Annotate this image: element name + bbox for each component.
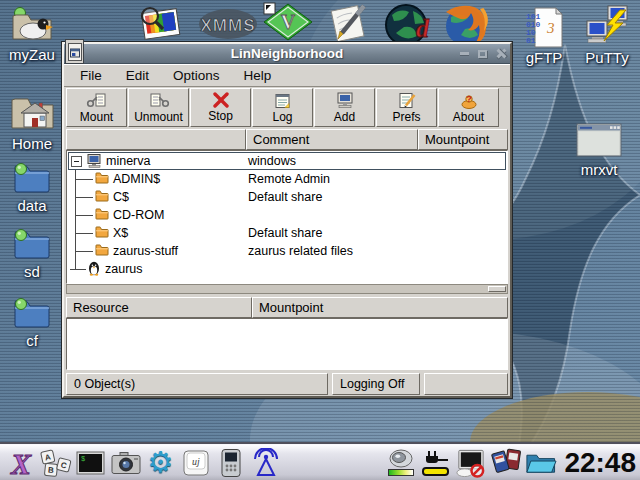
desktop-icon-label: myZau xyxy=(9,46,55,63)
taskbar-clock[interactable]: 22:48 xyxy=(564,447,636,479)
linneighborhood-window: LinNeighborhood File Edit Options Help M… xyxy=(62,42,512,398)
tree-row-minerva[interactable]: minerva windows xyxy=(68,152,506,170)
vim-letter: V xyxy=(281,11,296,33)
power-status[interactable] xyxy=(419,446,452,479)
share-name: minerva xyxy=(106,154,150,168)
tree-row-cdrom-share[interactable]: CD-ROM xyxy=(68,206,506,224)
horizontal-scrollbar[interactable] xyxy=(66,284,508,294)
pda-launcher[interactable] xyxy=(214,446,247,479)
camera-icon xyxy=(110,450,142,476)
volume-control[interactable] xyxy=(384,446,417,479)
file-manager-launcher[interactable] xyxy=(524,446,557,479)
antenna-icon xyxy=(251,448,281,478)
mounted-shares-pane[interactable] xyxy=(66,318,508,370)
column-header-mountpoint[interactable]: Mountpoint xyxy=(418,129,508,150)
menu-options[interactable]: Options xyxy=(163,66,230,85)
desktop-icon-gftp[interactable]: 101 010 10 01 3 gFTP xyxy=(514,6,574,66)
window-titlebar[interactable]: LinNeighborhood xyxy=(64,44,510,64)
unmount-icon xyxy=(148,92,170,109)
desktop-icon-cf[interactable]: cf xyxy=(0,295,64,349)
desktop-icon-mrxvt[interactable]: mrxvt xyxy=(568,120,630,178)
status-object-count: 0 Object(s) xyxy=(66,373,328,395)
window-app-icon[interactable] xyxy=(65,39,84,64)
column-header-name[interactable] xyxy=(66,129,246,150)
settings-launcher[interactable]: ⚙ xyxy=(144,446,177,479)
network-tree-pane[interactable]: minerva windows ADMIN$ Remote Admin C$ D… xyxy=(66,150,508,284)
column-header-mountpoint-lower[interactable]: Mountpoint xyxy=(252,297,508,318)
menu-file[interactable]: File xyxy=(70,66,112,85)
share-comment: Remote Admin xyxy=(248,172,330,186)
share-name: C$ xyxy=(113,190,129,204)
menu-edit[interactable]: Edit xyxy=(116,66,159,85)
mouse-disabled-icon xyxy=(454,448,487,478)
close-button[interactable] xyxy=(494,47,507,60)
desktop-icon-label: gFTP xyxy=(526,49,563,66)
log-button[interactable]: Log xyxy=(252,88,313,127)
about-icon: ? xyxy=(459,92,479,109)
share-comment: zaurus related files xyxy=(248,244,353,258)
desktop-icon-data[interactable]: data xyxy=(0,160,64,214)
tree-collapse-icon[interactable] xyxy=(71,156,82,167)
stop-button[interactable]: Stop xyxy=(190,88,251,127)
mount-button[interactable]: Mount xyxy=(66,88,127,127)
wireless-launcher[interactable] xyxy=(249,446,282,479)
tree-row-admin-share[interactable]: ADMIN$ Remote Admin xyxy=(68,170,506,188)
gftp-bits: 01 xyxy=(526,36,536,45)
share-name: CD-ROM xyxy=(113,208,164,222)
pda-icon xyxy=(219,448,243,478)
tree-row-zaurus[interactable]: zaurus xyxy=(68,260,506,278)
blue-folder-icon xyxy=(11,226,53,262)
power-plug-icon xyxy=(423,449,449,466)
tree-row-x-share[interactable]: X$ Default share xyxy=(68,224,506,242)
desktop-icon-sd[interactable]: sd xyxy=(0,226,64,280)
add-button[interactable]: Add xyxy=(314,88,375,127)
terminal-window-icon xyxy=(574,120,624,160)
desktop-icon-home[interactable]: Home xyxy=(0,90,64,152)
column-header-comment[interactable]: Comment xyxy=(246,129,418,150)
minimize-button[interactable] xyxy=(458,47,471,60)
prefs-button[interactable]: Prefs xyxy=(376,88,437,127)
computer-icon xyxy=(87,154,102,168)
toolbar-label: Prefs xyxy=(392,110,420,124)
unmount-button[interactable]: Unmount xyxy=(128,88,189,127)
virtual-keyboard-launcher[interactable]: uj xyxy=(179,446,212,479)
vim-icon[interactable]: V xyxy=(262,2,314,46)
memory-card-manager[interactable] xyxy=(489,446,522,479)
dillo-letter: d xyxy=(416,14,430,43)
image-viewer-icon[interactable] xyxy=(136,2,184,46)
terminal-launcher[interactable]: $ xyxy=(74,446,107,479)
menu-help[interactable]: Help xyxy=(234,66,282,85)
home-folder-icon xyxy=(8,90,56,134)
share-list-header: Comment Mountpoint xyxy=(66,129,508,150)
display-toggle[interactable] xyxy=(454,446,487,479)
folder-icon xyxy=(95,244,109,256)
desktop-icon-label: data xyxy=(17,197,46,214)
column-header-resource[interactable]: Resource xyxy=(66,297,252,318)
desktop-icon-label: Home xyxy=(12,135,52,152)
abc-input-launcher[interactable]: A B C xyxy=(39,446,72,479)
tree-row-zaurus-stuff[interactable]: zaurus-stuff zaurus related files xyxy=(68,242,506,260)
share-name: zaurus xyxy=(105,262,143,276)
xmms-icon[interactable]: XMMS xyxy=(196,4,260,46)
maximize-button[interactable] xyxy=(476,47,489,60)
scrollbar-thumb[interactable] xyxy=(488,286,506,292)
svg-text:B: B xyxy=(47,465,54,475)
speaker-icon xyxy=(388,449,414,468)
status-logging: Logging Off xyxy=(332,373,420,395)
desktop-icon-label: PuTTy xyxy=(585,49,628,66)
open-folder-icon xyxy=(524,449,557,476)
share-name: zaurus-stuff xyxy=(113,244,178,258)
toolbar-label: About xyxy=(453,110,484,124)
screenshot-launcher[interactable] xyxy=(109,446,142,479)
tree-row-c-share[interactable]: C$ Default share xyxy=(68,188,506,206)
desktop-icon-putty[interactable]: PuTTy xyxy=(576,4,638,66)
putty-computers-icon xyxy=(583,4,631,48)
status-bar: 0 Object(s) Logging Off xyxy=(66,373,508,395)
toolbar-label: Log xyxy=(272,110,292,124)
prefs-icon xyxy=(397,92,417,109)
minimize-icon xyxy=(460,52,469,55)
blue-folder-icon xyxy=(11,295,53,331)
desktop-icon-myzaurus[interactable]: myZau xyxy=(0,5,64,63)
about-button[interactable]: ? About xyxy=(438,88,499,127)
x11-launcher[interactable]: X xyxy=(4,446,37,479)
